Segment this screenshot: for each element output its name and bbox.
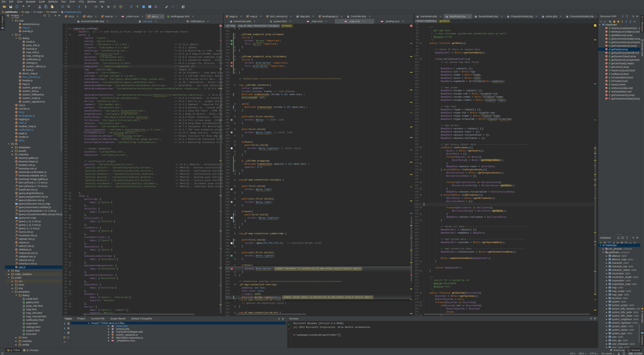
fold-marker[interactable] xyxy=(234,135,236,137)
code-line[interactable]: &._jsPlumb_dragging{ xyxy=(239,159,270,163)
tab-close-icon[interactable]: ✕ xyxy=(596,15,598,18)
status-git-branch[interactable]: Git: master▴▾ xyxy=(600,352,616,355)
code-line[interactable]: path:first-child{ xyxy=(239,144,268,147)
error-stripe-mark[interactable] xyxy=(410,127,412,127)
project-item-render-js[interactable]: JSrender.js xyxy=(5,135,62,139)
tree-arrow[interactable]: ▶ xyxy=(606,332,608,334)
code-line[interactable]: velocity: { xyxy=(73,207,100,210)
code-line[interactable]: path:first-child{ xyxy=(239,185,266,188)
project-item-counter-js[interactable]: JScounter.js xyxy=(5,107,62,110)
code-line[interactable]: } xyxy=(424,269,431,273)
tab-cortex-php[interactable]: phpcortex.php✕ xyxy=(540,14,564,19)
db-item-system_kills_pods[interactable]: ▶system_kills_pods: table xyxy=(598,310,640,314)
fold-marker[interactable] xyxy=(420,42,422,44)
project-item-jump_info-html[interactable]: hjump_info.html xyxy=(5,304,62,308)
tab-_main-scss[interactable]: SASS_main.scss✕ xyxy=(299,19,335,24)
todo-side-chevrons[interactable] xyxy=(63,340,66,343)
tree-arrow[interactable]: ▼ xyxy=(8,143,10,145)
tree-arrow[interactable]: ▶ xyxy=(606,339,608,342)
code-line[interactable]: $allianceData[] = $alliance->getData(); xyxy=(424,209,507,213)
structure-toolbar-show-consts[interactable]: c xyxy=(617,20,620,23)
project-item-bootbox-min-js[interactable]: 10010JSbootbox.min.js xyxy=(5,163,62,167)
tab-init-js[interactable]: JSinit.js✕ xyxy=(62,14,81,19)
fold-marker[interactable] xyxy=(234,46,236,48)
code-line[interactable]: deps: ['jquery', 'bootstrap'], xyxy=(73,296,132,299)
tab-close-icon[interactable]: ✕ xyxy=(468,15,470,18)
code-line[interactable]: deps: ['bootstrap'] xyxy=(73,286,116,289)
error-stripe-mark[interactable] xyxy=(410,313,412,314)
code-line[interactable]: stroke: $gray-lightest; xyxy=(239,216,280,220)
code-line[interactable]: $mapData->type->classTab = $this->typeId… xyxy=(424,118,512,121)
fold-marker[interactable] xyxy=(234,173,236,175)
code-line[interactable]: stroke: $gray-lightest; // hover style xyxy=(239,147,300,150)
toolwindow-bar-event-log[interactable]: Event Log xyxy=(608,348,626,352)
database-header-sync-db[interactable] xyxy=(617,236,620,239)
code-line[interactable]: $mapData->type->id = $this->typeId->id; xyxy=(424,111,496,115)
code-line[interactable]: deps: ['jquery'] xyxy=(73,201,112,204)
fold-marker[interactable] xyxy=(234,71,236,74)
tree-arrow[interactable]: ▶ xyxy=(108,328,110,330)
code-line[interactable]: fullScreen: 'lib/jquery.fullscreen.min',… xyxy=(73,119,223,122)
tab-main-js[interactable]: JSmain.js✕ xyxy=(99,14,119,19)
code-line[interactable]: } xyxy=(239,109,243,112)
project-item-css[interactable]: ▶css xyxy=(5,279,62,283)
tab-close-icon[interactable]: ✕ xyxy=(289,20,291,23)
project-item-contextmenu-js[interactable]: JScontextmenu.js xyxy=(5,22,62,26)
tree-arrow[interactable]: ▶ xyxy=(606,325,608,327)
error-stripe-mark[interactable] xyxy=(410,90,412,90)
code-line[interactable]: * search for a system by id xyxy=(424,279,469,282)
project-item-module_map-js[interactable]: JSmodule_map.js xyxy=(5,125,62,128)
code-line[interactable]: easyPieChart: 'lib/jquery.easypiechart.m… xyxy=(73,109,223,113)
tree-arrow[interactable]: ▶ xyxy=(606,290,608,292)
toolbar-copy-button[interactable] xyxy=(43,4,49,9)
code-line[interactable]: } xyxy=(239,204,243,207)
menu-file[interactable]: File xyxy=(0,0,8,3)
fold-marker[interactable] xyxy=(69,283,71,286)
project-item-system_killboard-js[interactable]: JSsystem_killboard.js xyxy=(5,93,62,96)
code-line[interactable]: path:first-child{ xyxy=(239,238,266,242)
code-line[interactable]: public function getData(){ xyxy=(424,42,466,45)
code-line[interactable]: deps: ['jquery', 'raphael'], xyxy=(73,308,129,312)
code-line[interactable]: }, xyxy=(73,251,87,255)
tab-close-icon[interactable]: ✕ xyxy=(260,15,262,18)
structure-toolbar-expand-all2[interactable] xyxy=(625,20,628,23)
fold-marker[interactable] xyxy=(420,147,422,149)
code-line[interactable]: foreach($alliances as $alliance){ xyxy=(424,206,493,209)
project-item-easepack-min-js[interactable]: 10010JSEasePack.min.js xyxy=(5,188,62,191)
toolbar-run-config-button[interactable] xyxy=(93,4,99,9)
project-item-map_settings-js[interactable]: JSmap_settings.js xyxy=(5,54,62,58)
todo-side-help[interactable]: ? xyxy=(63,331,66,334)
toolbar-vcs-shelf-button[interactable] xyxy=(146,4,153,9)
code-line[interactable]: public function getSystem($systemId){ xyxy=(424,291,481,295)
tree-arrow[interactable]: ▶ xyxy=(108,333,110,336)
menu-help[interactable]: Help xyxy=(98,0,106,3)
project-scrollbar-thumb[interactable] xyxy=(60,97,62,151)
code-line[interactable]: .pf-map-connection-overlay{ xyxy=(239,283,277,286)
structure-item-getconnections-array-mixed[interactable]: mgetConnections():array|mixed xyxy=(598,41,640,44)
structure-item-getuserdata-object[interactable]: mgetUserData():object xyxy=(598,62,640,65)
code-line[interactable]: $mapDataAll->systems = $this->getSystemD… xyxy=(424,241,505,244)
code-line[interactable]: */ xyxy=(424,288,434,291)
toolbar-debug-button[interactable] xyxy=(105,4,112,9)
project-item-mustache-min-js[interactable]: 10010JSmustache.min.js xyxy=(5,234,62,237)
error-stripe-mark[interactable] xyxy=(410,174,412,175)
todo-side-filter[interactable] xyxy=(67,331,70,334)
fold-marker[interactable] xyxy=(234,210,236,213)
db-item-system_type[interactable]: ▶system_type: table xyxy=(598,331,640,335)
fold-marker[interactable] xyxy=(234,56,236,58)
code-line[interactable]: $userData[] = $user->getSimpleData(); xyxy=(424,159,504,162)
fold-marker[interactable] xyxy=(69,293,71,295)
fold-marker[interactable] xyxy=(234,264,236,266)
tree-arrow[interactable]: ▶ xyxy=(606,293,608,296)
fold-marker[interactable] xyxy=(234,49,236,52)
code-line[interactable]: } elseif($this->isAlliance()){ xyxy=(424,194,483,197)
toolwindow-button-project[interactable]: 1: Project xyxy=(0,15,5,31)
code-line[interactable]: foreach($corporations as $corporation){ xyxy=(424,181,501,184)
project-item-page-js[interactable]: JSpage.js xyxy=(5,132,62,135)
code-line[interactable]: } xyxy=(239,71,240,74)
code-line[interactable]: $allianceData = []; xyxy=(424,200,473,203)
project-item-map_manual-html[interactable]: hmap_manual.html xyxy=(5,315,62,318)
project-item-app-js[interactable]: JSapp.js xyxy=(5,265,62,269)
error-stripe-mark[interactable] xyxy=(594,310,596,310)
fold-marker[interactable] xyxy=(69,290,71,292)
